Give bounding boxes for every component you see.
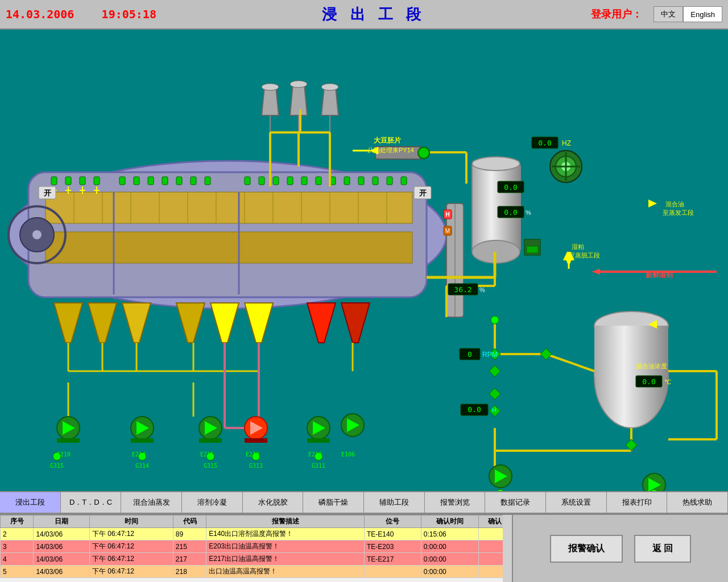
nav-leaching[interactable]: 浸出工段 (0, 492, 61, 513)
alarm-scrollbar[interactable] (503, 515, 512, 582)
language-selector: 中文 English (653, 6, 722, 22)
alarm-cell-5: TE-E217 (365, 553, 421, 566)
alarm-cell-4: E140出口溶剂温度高报警！ (206, 528, 365, 541)
svg-point-157 (418, 147, 429, 159)
alarm-row[interactable]: 214/03/06下午 06:47:1289E140出口溶剂温度高报警！TE-E… (1, 528, 512, 541)
lang-zh-button[interactable]: 中文 (653, 6, 683, 22)
nav-report-print[interactable]: 报表打印 (607, 492, 668, 513)
alarm-cell-1: 14/03/06 (34, 566, 90, 578)
alarm-cell-2: 下午 06:47:12 (89, 553, 173, 566)
svg-text:大豆胚片: 大豆胚片 (373, 136, 402, 144)
svg-rect-40 (344, 177, 350, 185)
svg-point-102 (290, 81, 307, 88)
svg-rect-32 (205, 177, 210, 185)
svg-text:℃: ℃ (664, 379, 671, 385)
svg-rect-86 (245, 438, 267, 443)
svg-rect-37 (301, 177, 307, 185)
svg-rect-31 (191, 177, 196, 185)
svg-text:RPM: RPM (482, 351, 498, 359)
svg-text:0.0: 0.0 (642, 377, 655, 386)
alarm-row[interactable]: 414/03/06下午 06:47:12217E217出口油温高报警！TE-E2… (1, 553, 512, 566)
nav-hydration[interactable]: 水化脱胶 (243, 492, 304, 513)
svg-text:混合油: 混合油 (665, 201, 684, 207)
alarm-cell-2: 下午 06:47:12 (89, 566, 173, 578)
alarm-cell-4: 出口油温高温高报警！ (206, 566, 365, 578)
svg-rect-4 (46, 232, 412, 263)
svg-text:E211: E211 (308, 451, 322, 458)
col-date: 日期 (34, 516, 90, 528)
nav-data-record[interactable]: 数据记录 (485, 492, 546, 513)
svg-text:G314: G314 (135, 463, 149, 469)
svg-rect-44 (401, 177, 407, 185)
svg-text:36.2: 36.2 (454, 285, 471, 294)
process-diagram: H M 0.0 H (0, 30, 728, 491)
nav-phospholipid[interactable]: 磷脂干燥 (303, 492, 364, 513)
svg-text:至蒸发工段: 至蒸发工段 (663, 209, 694, 216)
svg-rect-23 (65, 177, 71, 185)
svg-rect-41 (358, 177, 364, 185)
svg-rect-42 (373, 177, 378, 185)
lang-en-button[interactable]: English (683, 6, 722, 22)
svg-text:HZ: HZ (562, 139, 571, 147)
svg-rect-30 (176, 177, 182, 185)
svg-text:G311: G311 (312, 463, 325, 469)
svg-text:%: % (479, 286, 485, 293)
svg-marker-101 (290, 84, 307, 115)
svg-text:H: H (492, 406, 497, 413)
alarm-cell-5 (365, 566, 421, 578)
nav-hotline[interactable]: 热线求助 (667, 492, 728, 513)
svg-rect-25 (94, 177, 100, 185)
alarm-confirm-button[interactable]: 报警确认 (550, 535, 623, 563)
svg-text:从预处理来PY14: 从预处理来PY14 (367, 147, 414, 153)
col-num: 序号 (1, 516, 34, 528)
alarm-cell-2: 下午 06:47:12 (89, 528, 173, 541)
nav-mixed-oil[interactable]: 混合油蒸发 (121, 492, 182, 513)
svg-text:开: 开 (43, 189, 52, 197)
alarm-row[interactable]: 514/03/06下午 06:47:12218出口油温高温高报警！0:00:00 (1, 566, 512, 578)
svg-marker-98 (262, 87, 279, 115)
svg-text:0.0: 0.0 (538, 139, 551, 147)
svg-rect-80 (131, 438, 154, 443)
svg-text:E106: E106 (341, 451, 355, 458)
svg-text:G315: G315 (50, 463, 64, 469)
svg-text:%: % (526, 209, 531, 216)
alarm-row[interactable]: 314/03/06下午 06:47:12215E203出口油温高报警！TE-E2… (1, 541, 512, 553)
col-desc: 报警描述 (206, 516, 365, 528)
svg-rect-38 (316, 177, 321, 185)
col-code: 代码 (173, 516, 206, 528)
nav-alarm-browse[interactable]: 报警浏览 (425, 492, 486, 513)
svg-text:H: H (445, 211, 449, 218)
svg-point-165 (491, 316, 499, 324)
svg-text:G315: G315 (204, 463, 217, 469)
alarm-cell-1: 14/03/06 (34, 541, 90, 553)
alarm-cell-4: E217出口油温高报警！ (206, 553, 365, 566)
svg-point-99 (262, 84, 279, 90)
alarm-cell-2: 下午 06:47:12 (89, 541, 173, 553)
alarm-cell-3: 215 (173, 541, 206, 553)
nav-auxiliary[interactable]: 辅助工段 (364, 492, 425, 513)
return-button[interactable]: 返 回 (634, 535, 691, 563)
svg-rect-27 (134, 177, 139, 185)
svg-text:E210: E210 (57, 451, 71, 458)
alarm-cell-5: TE-E140 (365, 528, 421, 541)
alarm-cell-1: 14/03/06 (34, 553, 90, 566)
svg-rect-22 (51, 177, 57, 185)
nav-sys-settings[interactable]: 系统设置 (546, 492, 607, 513)
alarm-data-table: 序号 日期 时间 代码 报警描述 位号 确认时间 确认 214/03/06下午 … (0, 515, 512, 578)
svg-rect-3 (46, 192, 412, 223)
alarm-cell-0: 4 (1, 553, 34, 566)
alarm-cell-3: 89 (173, 528, 206, 541)
svg-text:0: 0 (468, 350, 472, 359)
svg-rect-35 (273, 177, 279, 185)
nav-dtdc[interactable]: D．T．D．C (61, 492, 122, 513)
alarm-cell-0: 5 (1, 566, 34, 578)
svg-rect-33 (245, 177, 250, 185)
svg-text:G313: G313 (249, 463, 263, 469)
alarm-cell-6: 0:00:00 (421, 566, 478, 578)
nav-solvent[interactable]: 溶剂冷凝 (182, 492, 243, 513)
time-display: 19:05:18 (102, 7, 156, 21)
svg-point-93 (472, 157, 520, 171)
svg-text:M: M (445, 228, 450, 234)
alarm-cell-3: 218 (173, 566, 206, 578)
alarm-cell-4: E203出口油温高报警！ (206, 541, 365, 553)
